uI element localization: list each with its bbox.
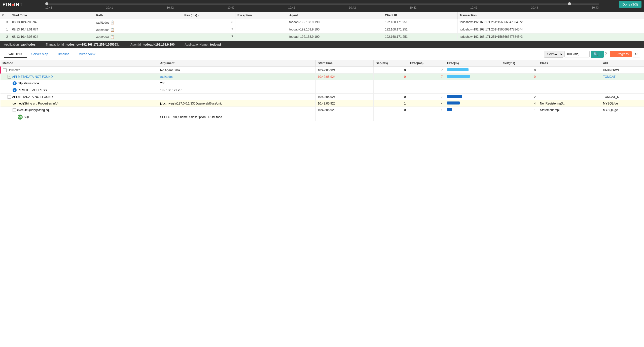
search-button[interactable]: 🔍 ↓	[591, 51, 604, 58]
filter-input[interactable]	[564, 51, 590, 57]
ct-cell-argument: SELECT t.id, t.name, t.description FROM …	[158, 113, 316, 121]
table-row[interactable]: 3 08/13 10:42:03 945 /api/todos 📋 8 todo…	[0, 19, 644, 26]
time-label-8: 10:42	[470, 6, 477, 9]
col-header-num: #	[0, 12, 10, 19]
doc-icon: 📋	[110, 20, 115, 24]
ct-cell-argument: 192.168.171.251	[158, 87, 316, 94]
refresh-button[interactable]: ↻	[633, 51, 640, 57]
ct-cell-class	[538, 80, 601, 87]
ct-cell-api: MYSQL(ge	[601, 107, 644, 113]
ct-header-api: API	[601, 60, 644, 67]
call-tree-row: i REMOTE_ADDRESS 192.168.171.251	[1, 87, 644, 94]
tab-timeline[interactable]: Timeline	[53, 51, 74, 57]
col-header-exception: Exception	[235, 12, 287, 19]
time-label-3: 10:42	[167, 6, 174, 9]
ct-cell-exec	[408, 87, 445, 94]
help-button[interactable]: ?	[605, 52, 607, 56]
ct-cell-exec-pct	[445, 74, 501, 80]
info-icon: i	[13, 81, 17, 85]
ct-cell-exec-pct	[445, 113, 501, 121]
ct-cell-exec: 7	[408, 94, 445, 100]
done-button[interactable]: Done (3/3)	[619, 1, 641, 8]
ct-cell-self: 4	[501, 100, 538, 107]
sort-icon: ↓	[198, 14, 199, 17]
ct-cell-self: 0	[501, 74, 538, 80]
cell-transaction: todoshow-192.168.171.251^1565663478845^2	[457, 19, 644, 26]
col-header-path: Path	[94, 12, 182, 19]
cell-res-ms: 7	[182, 33, 235, 41]
logo: PIN INT	[3, 2, 23, 7]
ct-cell-api: TOMCAT_N	[601, 94, 644, 100]
col-header-res-ms[interactable]: Res.(ms) ↓	[182, 12, 235, 19]
ct-cell-gap	[373, 80, 408, 87]
view-tabs-bar: Call Tree Server Map Timeline Mixed View…	[0, 48, 644, 60]
progress-button[interactable]: ☰ Progress	[610, 51, 632, 57]
call-tree-row: SQL SQL SELECT t.id, t.name, t.descripti…	[1, 113, 644, 121]
transaction-table-container: # Start Time Path Res.(ms) ↓ Exception A…	[0, 12, 644, 41]
ct-cell-gap: 0	[373, 94, 408, 100]
cell-transaction: todoshow-192.168.171.251^1565663478845^3	[457, 33, 644, 41]
call-tree-container: Method Argument Start Time Gap(ms) Exec(…	[0, 60, 644, 121]
doc-icon: 📋	[110, 28, 115, 32]
logo-text2: INT	[14, 2, 23, 7]
ct-cell-start-time: 10:42:05 929	[316, 107, 373, 113]
expand-icon[interactable]: −	[3, 68, 7, 72]
expand-icon[interactable]: −	[13, 108, 16, 112]
ct-header-exec: Exec(ms)	[408, 60, 445, 67]
time-label-5: 10:42	[288, 6, 295, 9]
cell-num: 3	[0, 19, 10, 26]
tab-mixed-view[interactable]: Mixed View	[74, 51, 100, 57]
ct-cell-start-time	[316, 87, 373, 94]
ct-header-start-time: Start Time	[316, 60, 373, 67]
tab-call-tree[interactable]: Call Tree	[4, 50, 27, 58]
ct-cell-exec: 7	[408, 67, 445, 74]
cell-res-ms: 7	[182, 26, 235, 33]
expand-icon[interactable]: −	[8, 75, 11, 79]
time-label-4: 10:42	[227, 6, 234, 9]
ct-cell-class	[538, 94, 601, 100]
info-appname: ApplicationName : todoapi	[185, 43, 221, 46]
ct-cell-self	[501, 87, 538, 94]
cell-client-ip: 192.168.171.251	[383, 19, 457, 26]
col-header-client-ip: Client IP	[383, 12, 457, 19]
info-application: Application : /api/todos	[4, 43, 35, 46]
ct-cell-self	[501, 113, 538, 121]
ct-cell-self: 1	[501, 107, 538, 113]
ct-cell-self	[501, 80, 538, 87]
info-icon: i	[13, 88, 17, 92]
ct-cell-gap: 1	[373, 100, 408, 107]
ct-cell-api: UNKNOWN	[601, 67, 644, 74]
ct-cell-start-time: 10:42:05 924	[316, 94, 373, 100]
ct-cell-class: NonRegisteringD...	[538, 100, 601, 107]
ct-cell-self: 0	[501, 67, 538, 74]
cell-exception	[235, 33, 287, 41]
time-label-10: 10:43	[592, 6, 599, 9]
ct-cell-api: TOMCAT	[601, 74, 644, 80]
call-tree-row: connect(String url, Properties info) jdb…	[1, 100, 644, 107]
ct-cell-start-time: 10:42:05 924	[316, 74, 373, 80]
call-tree-row: − executeQuery(String sql) 10:42:05 929 …	[1, 107, 644, 113]
ct-cell-class: StatementImpl	[538, 107, 601, 113]
ct-cell-method: − Unknown	[1, 67, 158, 74]
ct-cell-class	[538, 67, 601, 74]
info-transaction: TransactionId : todoshow-192.168.171.251…	[46, 43, 120, 46]
ct-cell-method: − API-METADATA-NOT-FOUND	[1, 94, 158, 100]
call-tree-row: i http.status.code 200	[1, 80, 644, 87]
cell-res-ms: 8	[182, 19, 235, 26]
cell-path: /api/todos 📋	[94, 33, 182, 41]
ct-cell-exec	[408, 113, 445, 121]
ct-cell-method: i REMOTE_ADDRESS	[1, 87, 158, 94]
cell-start-time: 08/13 10:42:05 924	[10, 33, 94, 41]
filter-area: Self >= 🔍 ↓ ? ☰ Progress ↻	[544, 51, 640, 58]
filter-select[interactable]: Self >=	[544, 51, 563, 58]
ct-cell-argument	[158, 107, 316, 113]
cell-num: 2	[0, 33, 10, 41]
time-label-6: 10:42	[349, 6, 356, 9]
table-row[interactable]: 2 08/13 10:42:05 924 /api/todos 📋 7 todo…	[0, 33, 644, 41]
ct-cell-argument: /api/todos	[158, 74, 316, 80]
cell-start-time: 08/13 10:42:03 945	[10, 19, 94, 26]
tab-server-map[interactable]: Server Map	[27, 51, 53, 57]
cell-exception	[235, 19, 287, 26]
expand-icon[interactable]: −	[8, 95, 11, 99]
table-row[interactable]: 1 08/13 10:43:01 074 /api/todos 📋 7 todo…	[0, 26, 644, 33]
